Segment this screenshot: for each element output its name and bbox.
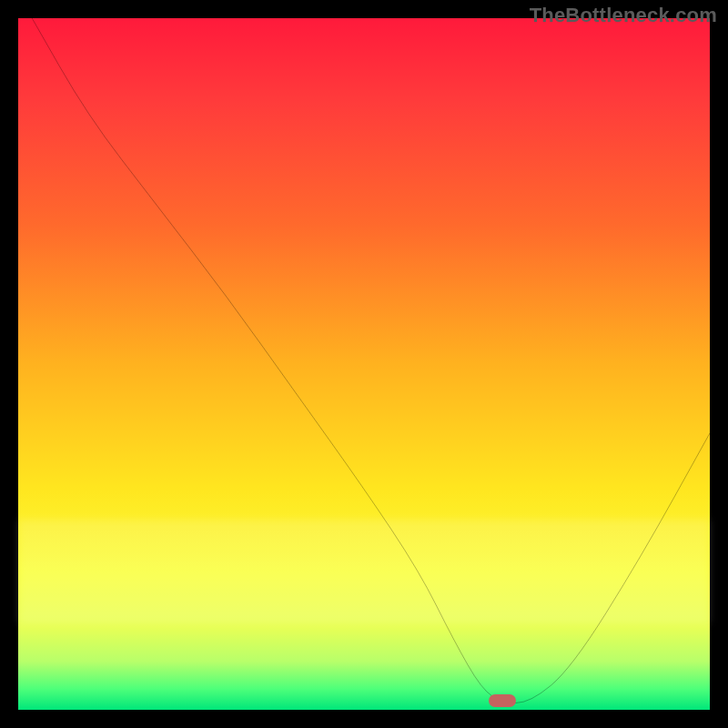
plot-area xyxy=(18,18,710,710)
chart-frame: TheBottleneck.com xyxy=(0,0,728,728)
bottleneck-curve xyxy=(18,18,710,710)
optimum-marker xyxy=(489,694,516,707)
highlight-band xyxy=(18,520,710,623)
